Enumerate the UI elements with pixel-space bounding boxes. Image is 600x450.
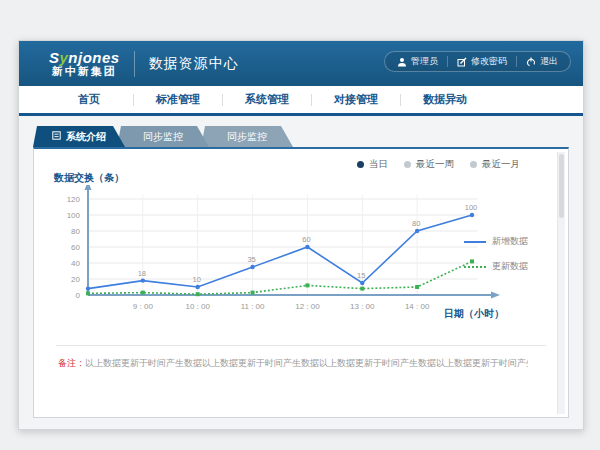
change-password-label: 修改密码 [471,55,507,68]
user-menu[interactable]: 管理员 [397,55,438,68]
svg-text:100: 100 [465,203,478,212]
panel-scrollbar[interactable] [557,152,565,414]
svg-text:60: 60 [71,243,80,252]
content-area: 系统介绍 同步监控 同步监控 当日 最近一周 [19,116,583,429]
radio-last-week[interactable]: 最近一周 [404,158,454,171]
tab-label: 同步监控 [227,126,267,147]
document-icon [52,126,61,147]
svg-text:9 : 00: 9 : 00 [133,302,154,311]
radio-selected-icon [357,161,364,168]
app-header: Synjones 新中新集团 数据资源中心 管理员 修改密码 [19,41,583,86]
user-name: 管理员 [411,55,438,68]
tab-label: 系统介绍 [66,126,106,147]
radio-unselected-icon [470,161,477,168]
user-toolbar: 管理员 修改密码 退出 [384,51,571,72]
footnote: 备注：以上数据更新于时间产生数据以上数据更新于时间产生数据以上数据更新于时间产生… [58,357,528,370]
userbar-separator [447,56,448,67]
tab-label: 同步监控 [143,126,183,147]
logout-icon [526,57,536,67]
page: Synjones 新中新集团 数据资源中心 管理员 修改密码 [0,0,600,450]
svg-text:80: 80 [71,227,80,236]
line-chart: 0204060801001209 : 0010 : 0011 : 0012 : … [40,185,518,327]
radio-last-month[interactable]: 最近一月 [470,158,520,171]
y-axis-title: 数据交换（条） [54,171,124,185]
svg-text:18: 18 [138,269,146,278]
legend-line-dotted-icon [464,266,486,268]
tab-sync-monitor-2[interactable]: 同步监控 [201,126,293,147]
svg-text:10 : 00: 10 : 00 [185,302,210,311]
userbar-separator [516,56,517,67]
radio-label: 最近一月 [482,158,520,171]
user-icon [397,57,407,67]
logo-text-en: Synjones [49,50,120,66]
footnote-text: 以上数据更新于时间产生数据以上数据更新于时间产生数据以上数据更新于时间产生数据以… [85,358,528,368]
logout-label: 退出 [540,55,558,68]
svg-text:11 : 00: 11 : 00 [241,302,265,311]
note-divider [56,345,546,346]
nav-item-home[interactable]: 首页 [45,86,133,113]
svg-text:80: 80 [412,219,420,228]
legend-item-new-data[interactable]: 新增数据 [464,235,528,248]
main-nav: 首页 标准管理 系统管理 对接管理 数据异动 [19,86,583,116]
x-axis-title: 日期（小时） [444,307,504,321]
logo-text-cn: 新中新集团 [49,66,120,78]
footnote-prefix: 备注： [58,358,85,368]
svg-text:0: 0 [76,291,81,300]
svg-text:13 : 00: 13 : 00 [350,302,375,311]
logout-button[interactable]: 退出 [526,55,558,68]
scrollbar-thumb[interactable] [559,154,564,218]
svg-text:20: 20 [71,275,80,284]
time-range-filter: 当日 最近一周 最近一月 [357,158,520,171]
legend-item-update-data[interactable]: 更新数据 [464,260,528,273]
tab-sync-monitor-1[interactable]: 同步监控 [117,126,209,147]
page-title: 数据资源中心 [149,55,239,73]
edit-icon [457,57,467,67]
nav-item-data-change[interactable]: 数据异动 [401,86,489,113]
chart-panel: 当日 最近一周 最近一月 数据交换（条） 0204060801001209 : … [33,147,569,418]
chart-legend: 新增数据 更新数据 [464,235,528,273]
legend-line-solid-icon [464,241,486,243]
svg-text:10: 10 [193,275,201,284]
nav-item-standard-mgmt[interactable]: 标准管理 [134,86,222,113]
legend-label: 新增数据 [492,235,528,248]
logo-en-rest: njones [68,49,119,66]
svg-text:15: 15 [357,271,365,280]
svg-text:60: 60 [302,235,310,244]
radio-unselected-icon [404,161,411,168]
tab-bar: 系统介绍 同步监控 同步监控 [19,116,583,147]
change-password-button[interactable]: 修改密码 [457,55,507,68]
svg-text:120: 120 [67,195,81,204]
tab-system-intro[interactable]: 系统介绍 [33,126,125,147]
nav-item-system-mgmt[interactable]: 系统管理 [223,86,311,113]
svg-text:14 : 00: 14 : 00 [405,302,430,311]
app-window: Synjones 新中新集团 数据资源中心 管理员 修改密码 [18,40,584,430]
svg-text:12 : 00: 12 : 00 [295,302,320,311]
svg-text:40: 40 [71,259,80,268]
legend-label: 更新数据 [492,260,528,273]
radio-today[interactable]: 当日 [357,158,388,171]
nav-item-connect-mgmt[interactable]: 对接管理 [312,86,400,113]
header-divider [134,51,135,77]
radio-label: 当日 [369,158,388,171]
svg-text:100: 100 [67,211,81,220]
svg-text:35: 35 [247,255,255,264]
logo: Synjones 新中新集团 [49,50,120,77]
radio-label: 最近一周 [416,158,454,171]
